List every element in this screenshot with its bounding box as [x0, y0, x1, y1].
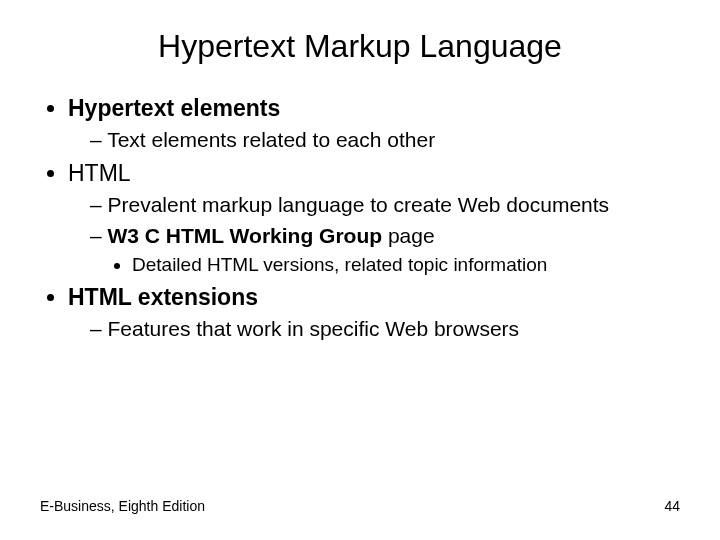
bullet-text: Features that work in specific Web brows…	[108, 317, 520, 340]
sub-sub-bullet: Detailed HTML versions, related topic in…	[132, 252, 680, 278]
sub-list: Features that work in specific Web brows…	[68, 315, 680, 343]
bullet-list: Hypertext elements Text elements related…	[40, 93, 680, 343]
bullet-text: Text elements related to each other	[107, 128, 435, 151]
bullet-text: Hypertext elements	[68, 95, 280, 121]
bullet-text: HTML extensions	[68, 284, 258, 310]
page-number: 44	[664, 498, 680, 514]
bullet-text: page	[382, 224, 435, 247]
bullet-html-extensions: HTML extensions Features that work in sp…	[68, 282, 680, 343]
sub-bullet: Prevalent markup language to create Web …	[90, 191, 680, 219]
slide-title: Hypertext Markup Language	[40, 28, 680, 65]
slide-footer: E-Business, Eighth Edition 44	[40, 498, 680, 514]
sub-list: Prevalent markup language to create Web …	[68, 191, 680, 277]
sub-sub-list: Detailed HTML versions, related topic in…	[90, 252, 680, 278]
sub-bullet: Text elements related to each other	[90, 126, 680, 154]
bullet-text-bold: W3 C HTML Working Group	[108, 224, 383, 247]
slide: Hypertext Markup Language Hypertext elem…	[0, 0, 720, 540]
bullet-html: HTML Prevalent markup language to create…	[68, 158, 680, 277]
bullet-hypertext-elements: Hypertext elements Text elements related…	[68, 93, 680, 154]
sub-list: Text elements related to each other	[68, 126, 680, 154]
sub-bullet-working-group: W3 C HTML Working Group page Detailed HT…	[90, 222, 680, 278]
bullet-text: HTML	[68, 160, 131, 186]
sub-bullet: Features that work in specific Web brows…	[90, 315, 680, 343]
bullet-text: Detailed HTML versions, related topic in…	[132, 254, 547, 275]
footer-left: E-Business, Eighth Edition	[40, 498, 205, 514]
bullet-text: Prevalent markup language to create Web …	[108, 193, 610, 216]
